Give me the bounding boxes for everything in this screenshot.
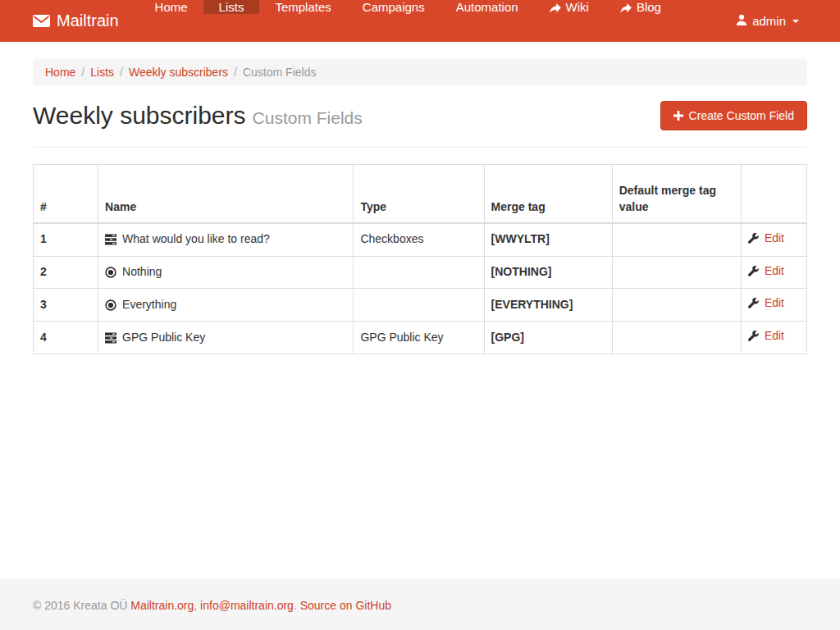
nav-item-automation[interactable]: Automation (441, 0, 534, 14)
breadcrumb-home[interactable]: Home (45, 66, 75, 79)
wrench-icon (748, 233, 760, 244)
divider (33, 147, 807, 148)
field-type (354, 256, 484, 289)
brand-label: Mailtrain (57, 11, 119, 30)
envelope-icon (33, 15, 50, 27)
default-merge-tag-value (612, 223, 741, 256)
custom-fields-table: # Name Type Merge tag Default merge tag … (33, 164, 807, 354)
nav-item-lists[interactable]: Lists (203, 0, 260, 14)
table-row: 3 Everything [EVERYTHING] Edit (34, 289, 807, 322)
wrench-icon (748, 331, 760, 342)
user-icon (736, 14, 747, 28)
breadcrumb-lists[interactable]: Lists (90, 66, 114, 79)
col-merge-tag: Merge tag (484, 165, 612, 223)
record-icon (105, 267, 116, 278)
edit-link[interactable]: Edit (748, 328, 784, 345)
tasks-icon (105, 234, 116, 245)
nav-item-wiki[interactable]: Wiki (534, 0, 605, 14)
share-arrow-icon (620, 3, 632, 13)
col-actions (741, 165, 806, 223)
field-name: Nothing (122, 264, 162, 281)
col-type: Type (354, 165, 484, 223)
plus-icon (673, 111, 683, 121)
edit-link[interactable]: Edit (748, 295, 784, 312)
field-name: Everything (122, 297, 176, 313)
breadcrumb-weekly-subscribers[interactable]: Weekly subscribers (129, 66, 228, 79)
create-custom-field-button[interactable]: Create Custom Field (660, 101, 807, 130)
tasks-icon (105, 332, 116, 344)
brand-link[interactable]: Mailtrain (0, 0, 131, 42)
col-index: # (34, 165, 98, 223)
edit-link[interactable]: Edit (748, 231, 784, 247)
merge-tag: [NOTHING] (484, 256, 612, 289)
field-name: What would you like to read? (122, 231, 270, 248)
default-merge-tag-value (612, 322, 741, 354)
table-row: 4 GPG Public Key GPG Public Key [GPG] Ed… (34, 322, 807, 354)
merge-tag: [WWYLTR] (484, 223, 612, 256)
copyright: © 2016 Kreata OÜ (33, 599, 127, 612)
edit-link[interactable]: Edit (748, 263, 784, 280)
table-row: 2 Nothing [NOTHING] Edit (34, 256, 807, 289)
field-type (354, 289, 484, 322)
default-merge-tag-value (612, 256, 741, 289)
footer-link-email[interactable]: info@mailtrain.org (200, 599, 294, 612)
nav-item-campaigns[interactable]: Campaigns (347, 0, 441, 14)
page-title: Weekly subscribersCustom Fields (33, 102, 363, 130)
wrench-icon (748, 298, 760, 309)
page-footer: © 2016 Kreata OÜ Mailtrain.org, info@mai… (0, 579, 840, 630)
nav-item-templates[interactable]: Templates (259, 0, 346, 14)
breadcrumb: Home / Lists / Weekly subscribers / Cust… (33, 59, 807, 85)
table-header-row: # Name Type Merge tag Default merge tag … (34, 165, 807, 223)
caret-down-icon (792, 20, 799, 23)
field-name: GPG Public Key (122, 330, 205, 346)
breadcrumb-current: Custom Fields (243, 66, 316, 79)
share-arrow-icon (550, 3, 561, 13)
merge-tag: [GPG] (484, 322, 612, 354)
page-subtitle: Custom Fields (253, 108, 363, 127)
main-content: Home / Lists / Weekly subscribers / Cust… (0, 42, 840, 579)
wrench-icon (748, 266, 760, 277)
footer-link-mailtrain[interactable]: Mailtrain.org (130, 599, 194, 612)
table-row: 1 What would you like to read? Checkboxe… (34, 223, 807, 256)
user-label: admin (752, 14, 786, 28)
default-merge-tag-value (612, 289, 741, 322)
nav-item-home[interactable]: Home (139, 0, 203, 14)
col-default-merge-tag-value: Default merge tag value (612, 165, 741, 223)
col-name: Name (98, 165, 354, 223)
merge-tag: [EVERYTHING] (484, 289, 612, 322)
footer-link-github[interactable]: Source on GitHub (300, 599, 391, 612)
top-navbar: Mailtrain Home Lists Templates Campaigns… (0, 0, 840, 42)
record-icon (105, 299, 116, 311)
nav-item-blog[interactable]: Blog (605, 0, 677, 14)
field-type: Checkboxes (354, 223, 484, 256)
main-nav: Home Lists Templates Campaigns Automatio… (139, 0, 677, 42)
user-menu[interactable]: admin (728, 0, 807, 42)
field-type: GPG Public Key (354, 322, 484, 354)
